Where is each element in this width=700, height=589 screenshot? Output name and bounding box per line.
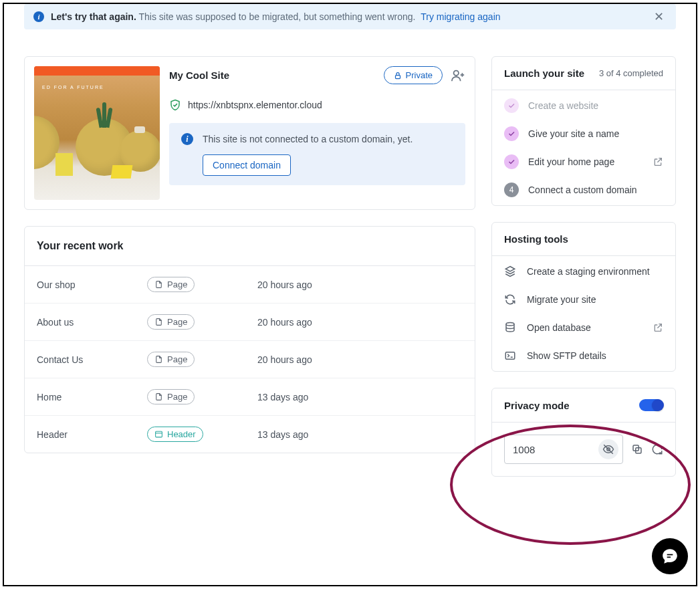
site-title: My Cool Site bbox=[169, 70, 229, 81]
recent-work-row[interactable]: HomePage13 days ago bbox=[25, 378, 475, 416]
info-icon bbox=[33, 11, 44, 22]
work-item-time: 13 days ago bbox=[257, 392, 463, 402]
recent-work-title: Your recent work bbox=[25, 227, 475, 266]
hosting-tools-card: Hosting tools Create a staging environme… bbox=[491, 222, 676, 372]
svg-rect-2 bbox=[156, 431, 162, 437]
alert-message: Let's try that again. This site was supp… bbox=[51, 11, 645, 22]
connect-domain-button[interactable]: Connect domain bbox=[203, 154, 291, 176]
close-icon[interactable]: ✕ bbox=[651, 9, 667, 24]
page-icon bbox=[154, 318, 163, 326]
svg-point-1 bbox=[454, 70, 459, 75]
recent-work-row[interactable]: About usPage20 hours ago bbox=[25, 304, 475, 341]
hosting-tools-title: Hosting tools bbox=[504, 233, 568, 245]
work-item-name: Our shop bbox=[37, 279, 147, 290]
copy-icon[interactable] bbox=[631, 443, 643, 455]
page-icon bbox=[154, 280, 163, 289]
check-icon bbox=[507, 158, 515, 166]
work-item-type-badge: Page bbox=[147, 277, 195, 292]
svg-rect-4 bbox=[505, 352, 515, 360]
database-icon bbox=[504, 322, 516, 334]
work-item-time: 20 hours ago bbox=[257, 317, 463, 328]
check-icon bbox=[507, 102, 515, 110]
check-icon bbox=[507, 130, 515, 138]
work-item-name: Header bbox=[37, 429, 147, 440]
tool-open-database[interactable]: Open database bbox=[504, 320, 663, 335]
work-item-name: Contact Us bbox=[37, 354, 147, 365]
launch-step-create-website: Create a website bbox=[504, 98, 663, 113]
site-thumbnail[interactable]: ED FOR A FUTURE bbox=[34, 66, 160, 200]
shield-check-icon bbox=[169, 99, 181, 111]
work-item-name: About us bbox=[37, 317, 147, 328]
site-url-row: https://xnbtspnx.elementor.cloud bbox=[169, 99, 465, 111]
layers-icon bbox=[504, 265, 516, 277]
privacy-mode-card: Privacy mode 1008 bbox=[491, 388, 676, 477]
info-icon bbox=[181, 133, 193, 145]
visibility-off-icon[interactable] bbox=[598, 439, 618, 459]
privacy-pin-field: 1008 bbox=[504, 435, 623, 464]
header-icon bbox=[154, 430, 163, 439]
external-link-icon[interactable] bbox=[653, 322, 663, 333]
svg-rect-9 bbox=[667, 557, 671, 558]
recent-work-row[interactable]: Contact UsPage20 hours ago bbox=[25, 341, 475, 378]
launch-progress: 3 of 4 completed bbox=[599, 68, 663, 78]
work-item-type-badge: Page bbox=[147, 352, 195, 367]
work-item-time: 20 hours ago bbox=[257, 279, 463, 290]
tool-show-sftp[interactable]: Show SFTP details bbox=[504, 348, 663, 363]
terminal-icon bbox=[504, 350, 516, 362]
migration-alert: Let's try that again. This site was supp… bbox=[24, 4, 676, 29]
add-user-icon[interactable] bbox=[451, 68, 465, 83]
work-item-time: 20 hours ago bbox=[257, 354, 463, 365]
launch-step-edit-home[interactable]: Edit your home page bbox=[504, 154, 663, 169]
svg-rect-0 bbox=[395, 75, 400, 78]
page-icon bbox=[154, 355, 163, 364]
site-overview-card: ED FOR A FUTURE My Cool Site bbox=[24, 56, 475, 210]
refresh-icon bbox=[504, 293, 516, 306]
launch-site-card: Launch your site 3 of 4 completed Create… bbox=[491, 56, 676, 206]
external-link-icon[interactable] bbox=[653, 156, 663, 167]
site-url[interactable]: https://xnbtspnx.elementor.cloud bbox=[188, 100, 322, 110]
chat-fab[interactable] bbox=[652, 538, 688, 574]
try-migrating-again-link[interactable]: Try migrating again bbox=[421, 11, 500, 22]
svg-rect-8 bbox=[667, 554, 673, 556]
work-item-type-badge: Page bbox=[147, 389, 195, 404]
launch-step-give-name[interactable]: Give your site a name bbox=[504, 126, 663, 141]
launch-title: Launch your site bbox=[504, 68, 584, 79]
work-item-time: 13 days ago bbox=[257, 429, 463, 440]
domain-notice: This site is not connected to a custom d… bbox=[169, 123, 465, 185]
recent-work-card: Your recent work Our shopPage20 hours ag… bbox=[24, 226, 475, 453]
page-icon bbox=[154, 392, 163, 401]
privacy-toggle[interactable] bbox=[639, 399, 663, 411]
lock-icon bbox=[394, 72, 402, 80]
work-item-name: Home bbox=[37, 392, 147, 402]
work-item-type-badge: Header bbox=[147, 427, 203, 442]
tool-migrate-site[interactable]: Migrate your site bbox=[504, 292, 663, 307]
work-item-type-badge: Page bbox=[147, 314, 195, 330]
private-badge[interactable]: Private bbox=[384, 66, 443, 84]
privacy-mode-title: Privacy mode bbox=[504, 400, 570, 411]
regenerate-icon[interactable] bbox=[651, 443, 663, 455]
launch-step-custom-domain[interactable]: 4 Connect a custom domain bbox=[504, 183, 663, 197]
recent-work-row[interactable]: HeaderHeader13 days ago bbox=[25, 416, 475, 453]
privacy-pin-value: 1008 bbox=[513, 444, 598, 455]
recent-work-row[interactable]: Our shopPage20 hours ago bbox=[25, 266, 475, 304]
tool-create-staging[interactable]: Create a staging environment bbox=[504, 264, 663, 279]
svg-point-3 bbox=[506, 323, 514, 326]
chat-icon bbox=[661, 548, 679, 565]
